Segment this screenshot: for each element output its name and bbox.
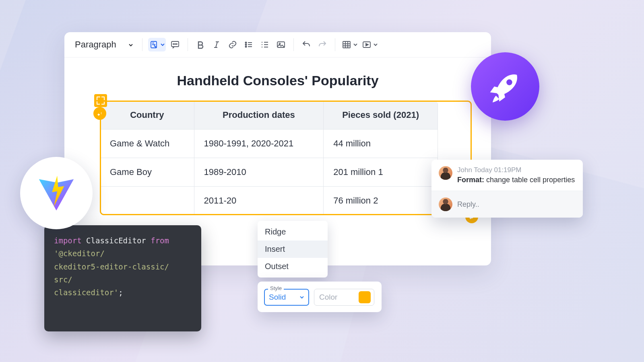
- rocket-badge: [471, 52, 539, 121]
- cell-properties-panel: Style Solid Color: [258, 282, 382, 312]
- chevron-down-icon: [373, 42, 378, 47]
- style-field-wrapper: Style Solid: [264, 289, 309, 306]
- comment-button[interactable]: [168, 38, 182, 51]
- table-header[interactable]: Production dates: [194, 101, 324, 130]
- code-snippet: import ClassicEditor from '@ckeditor/ ck…: [44, 225, 201, 331]
- svg-point-6: [245, 44, 246, 45]
- table-cell[interactable]: Game & Watch: [100, 130, 194, 158]
- redo-button[interactable]: [316, 38, 329, 51]
- code-line: classiceditor';: [54, 286, 192, 299]
- dropdown-item[interactable]: Outset: [258, 258, 328, 275]
- table-cell[interactable]: 201 million 1: [324, 158, 438, 187]
- chevron-down-icon: [353, 42, 358, 47]
- link-button[interactable]: [226, 38, 239, 51]
- image-button[interactable]: [274, 38, 288, 51]
- italic-button[interactable]: [210, 38, 223, 51]
- svg-point-5: [245, 42, 246, 43]
- border-style-dropdown: Ridge Insert Outset: [258, 221, 328, 278]
- svg-point-4: [176, 44, 177, 45]
- undo-button[interactable]: [299, 38, 313, 51]
- reply-placeholder: Reply..: [457, 200, 479, 209]
- toolbar-divider: [293, 38, 294, 51]
- paragraph-before-button[interactable]: [93, 107, 106, 120]
- table-header[interactable]: Country: [100, 101, 194, 130]
- table-cell[interactable]: 76 million 2: [324, 187, 438, 215]
- svg-point-2: [173, 44, 174, 45]
- table-cell[interactable]: 2011-20: [194, 187, 324, 215]
- code-line: '@ckeditor/: [54, 247, 192, 260]
- avatar: [439, 197, 452, 211]
- rocket-icon: [484, 66, 526, 107]
- svg-point-3: [175, 44, 175, 45]
- style-legend: Style: [268, 285, 284, 291]
- comment-entry[interactable]: John Today 01:19PM Format: change table …: [431, 160, 583, 191]
- color-placeholder: Color: [319, 293, 337, 302]
- data-table[interactable]: Country Production dates Pieces sold (20…: [100, 101, 438, 215]
- reply-input[interactable]: Reply..: [431, 191, 583, 218]
- comment-body: Format: change table cell properties: [457, 176, 575, 184]
- border-style-value: Solid: [269, 293, 286, 302]
- code-line: ckeditor5-editor-classic/: [54, 260, 192, 273]
- toolbar-divider: [335, 38, 335, 51]
- vite-icon: [35, 171, 78, 215]
- comment-author: John: [457, 166, 472, 174]
- table-row: 2011-20 76 million 2: [100, 187, 438, 215]
- comment-timestamp: Today 01:19PM: [474, 166, 521, 174]
- comment-meta: John Today 01:19PM: [457, 166, 575, 174]
- vite-logo-badge: [20, 157, 93, 229]
- bold-button[interactable]: [194, 38, 207, 51]
- media-button[interactable]: [361, 38, 379, 51]
- editor-body[interactable]: Handheld Consoles' Popularity Country Pr…: [64, 58, 491, 227]
- bulleted-list-button[interactable]: [242, 38, 256, 51]
- table-row: Game Boy 1989-2010 201 million 1: [100, 158, 438, 187]
- table-button[interactable]: [341, 38, 359, 51]
- table-cell[interactable]: [100, 187, 194, 215]
- avatar: [439, 166, 452, 180]
- table-cell[interactable]: 44 million: [324, 130, 438, 158]
- svg-point-16: [506, 79, 512, 85]
- chevron-down-icon: [299, 293, 304, 302]
- paragraph-style-select[interactable]: Paragraph: [73, 38, 136, 51]
- code-line: import ClassicEditor from: [54, 234, 192, 247]
- table-cell[interactable]: 1989-2010: [194, 158, 324, 187]
- border-style-select[interactable]: Solid: [264, 289, 309, 306]
- comment-panel: John Today 01:19PM Format: change table …: [431, 160, 583, 218]
- svg-rect-10: [343, 41, 350, 48]
- toolbar-divider: [188, 38, 188, 51]
- code-line: src/: [54, 273, 192, 286]
- table-cell[interactable]: Game Boy: [100, 158, 194, 187]
- comment-text: change table cell properties: [484, 176, 575, 184]
- toolbar-divider: [142, 38, 142, 51]
- border-color-input[interactable]: Color: [314, 289, 374, 306]
- numbered-list-button[interactable]: [258, 38, 272, 51]
- dropdown-item[interactable]: Insert: [258, 241, 328, 258]
- svg-point-7: [245, 46, 246, 47]
- highlight-button[interactable]: [148, 38, 166, 51]
- document-title[interactable]: Handheld Consoles' Popularity: [84, 73, 472, 88]
- expand-handle-icon[interactable]: [94, 94, 107, 107]
- table-cell[interactable]: 1980-1991, 2020-2021: [194, 130, 324, 158]
- table-selection: Country Production dates Pieces sold (20…: [100, 101, 472, 215]
- paragraph-style-label: Paragraph: [75, 39, 116, 50]
- format-prefix: Format:: [457, 176, 484, 184]
- chevron-down-icon: [160, 42, 165, 47]
- toolbar: Paragraph: [64, 32, 491, 58]
- table-row: Game & Watch 1980-1991, 2020-2021 44 mil…: [100, 130, 438, 158]
- table-header[interactable]: Pieces sold (2021): [324, 101, 438, 130]
- dropdown-item[interactable]: Ridge: [258, 223, 328, 241]
- chevron-down-icon: [128, 39, 133, 50]
- color-swatch[interactable]: [359, 291, 371, 303]
